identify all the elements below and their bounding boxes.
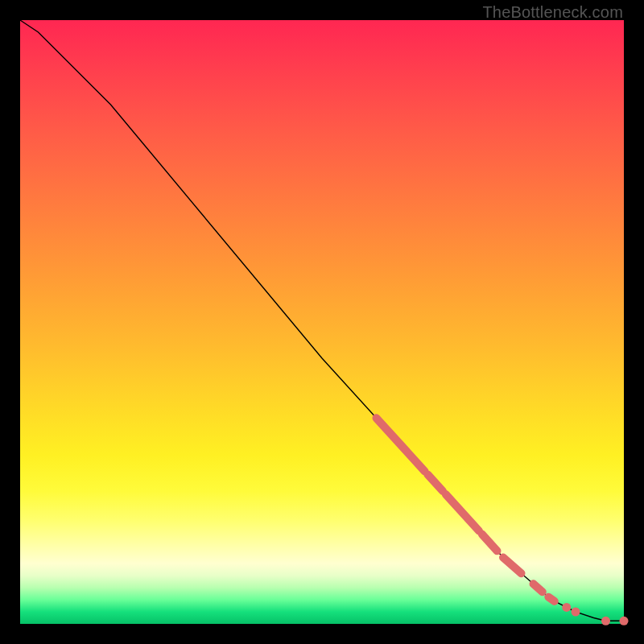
highlight-segment bbox=[446, 494, 479, 530]
bottleneck-curve bbox=[20, 20, 624, 621]
highlight-segment bbox=[377, 418, 425, 471]
watermark-text: TheBottleneck.com bbox=[482, 3, 623, 22]
highlight-point bbox=[620, 617, 629, 625]
chart-container: TheBottleneck.com bbox=[0, 0, 644, 644]
highlight-segment bbox=[534, 584, 543, 592]
highlight-segment bbox=[548, 597, 555, 601]
highlight-point bbox=[562, 603, 571, 612]
highlight-segment bbox=[503, 558, 522, 574]
highlight-point bbox=[601, 617, 610, 625]
highlight-segment bbox=[482, 535, 497, 551]
highlight-point bbox=[572, 608, 580, 617]
highlight-segment bbox=[427, 474, 443, 491]
chart-overlay-svg bbox=[20, 20, 624, 624]
highlight-layer bbox=[377, 418, 629, 625]
